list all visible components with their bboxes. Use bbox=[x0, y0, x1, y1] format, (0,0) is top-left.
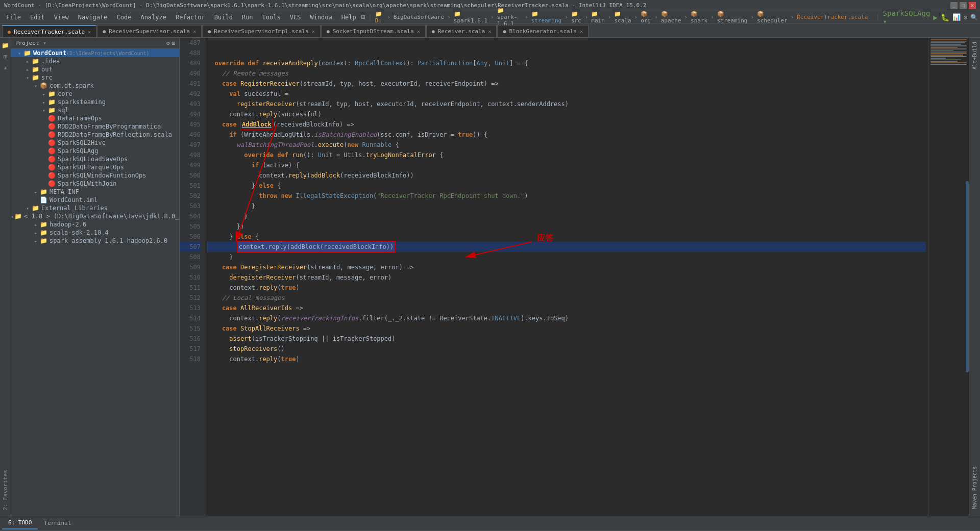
menu-edit[interactable]: Edit bbox=[26, 13, 49, 22]
tree-item-external-libs[interactable]: ▾ 📁 External Libraries bbox=[11, 204, 179, 212]
minimap[interactable] bbox=[928, 38, 969, 516]
favorites-icon[interactable]: ★ bbox=[4, 62, 7, 73]
structure-icon[interactable]: ⊞ bbox=[4, 51, 7, 62]
breadcrumb-d: 📁 D: bbox=[375, 11, 384, 24]
code-container[interactable]: 487 488 489 490 491 492 493 494 495 496 … bbox=[180, 38, 969, 516]
tab-close-receiver-tracker[interactable]: ✕ bbox=[88, 29, 91, 35]
tree-item-wordcount[interactable]: ▾ 📁 WordCount (D:\IdeaProjects\WordCount… bbox=[11, 49, 179, 57]
code-line-514: context.reply(receiverTrackingInfos.filt… bbox=[207, 313, 926, 323]
line-num-507: 507 bbox=[180, 242, 201, 252]
menu-tools[interactable]: Tools bbox=[258, 13, 285, 22]
tree-item-spark-assembly[interactable]: ▸ 📁 spark-assembly-1.6.1-hadoop2.6.0 bbox=[11, 237, 179, 245]
menu-help[interactable]: Help bbox=[337, 13, 360, 22]
line-num-518: 518 bbox=[180, 354, 201, 364]
debug-button[interactable]: 🐛 bbox=[941, 13, 949, 21]
tab-close-receiver-supervisor[interactable]: ✕ bbox=[193, 29, 196, 34]
menu-vcs[interactable]: VCS bbox=[286, 13, 305, 22]
menu-refactor[interactable]: Refactor bbox=[172, 13, 209, 22]
tree-item-rdd2dataframe-refl[interactable]: 🔴 RDD2DataFrameByReflection.scala bbox=[11, 131, 179, 139]
menu-navigate[interactable]: Navigate bbox=[74, 13, 112, 22]
line-num-506: 506 bbox=[180, 232, 201, 242]
code-content[interactable]: override def receiveAndReply(context: Rp… bbox=[205, 38, 928, 516]
tab-receiver-supervisor[interactable]: ● ReceiverSupervisor.scala ✕ bbox=[97, 25, 202, 37]
tree-item-scala-sdk[interactable]: ▸ 📁 scala-sdk-2.10.4 bbox=[11, 229, 179, 237]
bottom-tabs: 6: TODO Terminal bbox=[0, 516, 980, 530]
menu-view[interactable]: View bbox=[50, 13, 73, 22]
right-panel-build[interactable]: Alt+Build bbox=[971, 40, 978, 71]
tree-item-sparksqlwindow[interactable]: 🔴 SparkSQLWindowFuntionOps bbox=[11, 171, 179, 180]
tree-item-sparksteaming[interactable]: ▸ 📁 sparksteaming bbox=[11, 98, 179, 106]
menu-run[interactable]: Run bbox=[238, 13, 257, 22]
tree-item-sql[interactable]: ▾ 📁 sql bbox=[11, 106, 179, 114]
menu-file[interactable]: File bbox=[2, 13, 25, 22]
sidebar-expand-icon[interactable]: ⊞ bbox=[172, 40, 175, 46]
breadcrumb-streaming: 📁 streaming bbox=[531, 11, 562, 24]
sidebar-settings-icon[interactable]: ⚙ bbox=[166, 40, 170, 46]
tree-item-src[interactable]: ▾ 📁 src bbox=[11, 73, 179, 82]
code-line-489: override def receiveAndReply(context: Rp… bbox=[207, 58, 926, 68]
tree-item-dataframeops[interactable]: 🔴 DataFrameOps bbox=[11, 114, 179, 122]
tree-label-sparksql2hive: SparkSQL2Hive bbox=[58, 139, 106, 146]
tab-close-block-generator[interactable]: ✕ bbox=[580, 29, 583, 34]
settings-button[interactable]: ⚙ bbox=[964, 14, 967, 21]
favorites-label[interactable]: 2: Favorites bbox=[1, 468, 10, 512]
scroll-indicator[interactable] bbox=[966, 181, 969, 372]
tree-item-sparksqlloadsave[interactable]: 🔴 SparkSQLLoadSaveOps bbox=[11, 155, 179, 163]
tree-item-sparksqlwithjoin[interactable]: 🔴 SparkSQLWithJoin bbox=[11, 180, 179, 188]
tree-label-rdd2dataframe-prog: RDD2DataFrameByProgrammatica bbox=[58, 123, 161, 130]
line-num-510: 510 bbox=[180, 272, 201, 283]
menu-analyze[interactable]: Analyze bbox=[136, 13, 170, 22]
line-num-514: 514 bbox=[180, 313, 201, 323]
tree-item-com-dt-spark[interactable]: ▾ 📦 com.dt.spark bbox=[11, 82, 179, 90]
code-line-509: case DeregisterReceiver(streamId, messag… bbox=[207, 262, 926, 272]
bottom-tab-terminal[interactable]: Terminal bbox=[38, 517, 77, 529]
code-line-500: context.reply(addBlock(receivedBlockInfo… bbox=[207, 170, 926, 181]
menu-bar: File Edit View Navigate Code Analyze Ref… bbox=[0, 11, 980, 23]
tab-receiver-supervisor-impl[interactable]: ● ReceiverSupervisorImpl.scala ✕ bbox=[202, 25, 321, 37]
maven-projects-label[interactable]: Maven Projects bbox=[971, 465, 978, 510]
tree-item-jdk[interactable]: ▸ 📁 < 1.8 > (D:\BigDataSoftware\Java\jdk… bbox=[11, 212, 179, 220]
menu-window[interactable]: Window bbox=[306, 13, 336, 22]
tab-receiver-tracker[interactable]: ● ReceiverTracker.scala ✕ bbox=[2, 25, 96, 37]
project-icon[interactable]: 📁 bbox=[2, 40, 9, 51]
menu-build[interactable]: Build bbox=[210, 13, 237, 22]
tree-item-core[interactable]: ▸ 📁 core bbox=[11, 90, 179, 98]
tree-item-hadoop[interactable]: ▸ 📁 hadoop-2.6 bbox=[11, 220, 179, 229]
tab-close-socket-input[interactable]: ✕ bbox=[417, 29, 420, 34]
tree-item-meta-inf[interactable]: ▸ 📁 META-INF bbox=[11, 188, 179, 196]
code-line-501: } else { bbox=[207, 181, 926, 191]
tab-socket-input[interactable]: ● SocketInputDStream.scala ✕ bbox=[321, 25, 426, 37]
breadcrumb-apache: 📦 apache bbox=[661, 11, 681, 24]
run-config-dropdown[interactable]: SparkSQLAgg ▾ bbox=[883, 9, 930, 26]
code-line-499: if (active) { bbox=[207, 160, 926, 170]
tree-label-src: src bbox=[41, 74, 53, 81]
tree-label-sparksqlagg: SparkSQLAgg bbox=[58, 147, 98, 155]
tree-item-wordcount-iml[interactable]: ▸ 📄 WordCount.iml bbox=[11, 196, 179, 204]
project-structure-icon[interactable]: ⊞ bbox=[361, 13, 365, 21]
tab-block-generator[interactable]: ● BlockGenerator.scala ✕ bbox=[497, 25, 589, 37]
coverage-button[interactable]: 📊 bbox=[952, 13, 961, 21]
tree-item-sparksqlparquet[interactable]: 🔴 SparkSQLParquetOps bbox=[11, 163, 179, 171]
editor-area: 487 488 489 490 491 492 493 494 495 496 … bbox=[180, 38, 969, 516]
bottom-tab-todo[interactable]: 6: TODO bbox=[2, 517, 38, 529]
tab-label-receiver: Receiver.scala bbox=[438, 28, 485, 35]
tree-label-idea: .idea bbox=[41, 58, 60, 65]
menu-code[interactable]: Code bbox=[113, 13, 136, 22]
tree-item-out[interactable]: ▸ 📁 out bbox=[11, 65, 179, 73]
tree-item-idea[interactable]: ▸ 📁 .idea bbox=[11, 57, 179, 65]
tab-label-block-generator: BlockGenerator.scala bbox=[509, 28, 576, 35]
line-num-513: 513 bbox=[180, 303, 201, 313]
tab-receiver[interactable]: ● Receiver.scala ✕ bbox=[426, 25, 497, 37]
tree-item-sparksql2hive[interactable]: 🔴 SparkSQL2Hive bbox=[11, 139, 179, 147]
run-button[interactable]: ▶ bbox=[933, 13, 937, 21]
search-button[interactable]: 🔍 bbox=[970, 14, 978, 21]
breadcrumb-sep7: › bbox=[608, 14, 611, 20]
project-sidebar: Project ▾ ⚙ ⊞ ▾ 📁 WordCount (D:\IdeaProj… bbox=[11, 38, 180, 516]
tree-item-rdd2dataframe-prog[interactable]: 🔴 RDD2DataFrameByProgrammatica bbox=[11, 122, 179, 131]
tree-label-com-dt-spark: com.dt.spark bbox=[50, 82, 94, 89]
code-line-495: case AddBlock(receivedBlockInfo) => bbox=[207, 119, 926, 130]
tab-close-receiver-supervisor-impl[interactable]: ✕ bbox=[312, 29, 315, 34]
tree-item-sparksqlagg[interactable]: 🔴 SparkSQLAgg bbox=[11, 147, 179, 155]
tab-close-receiver[interactable]: ✕ bbox=[488, 29, 491, 34]
line-num-502: 502 bbox=[180, 191, 201, 201]
